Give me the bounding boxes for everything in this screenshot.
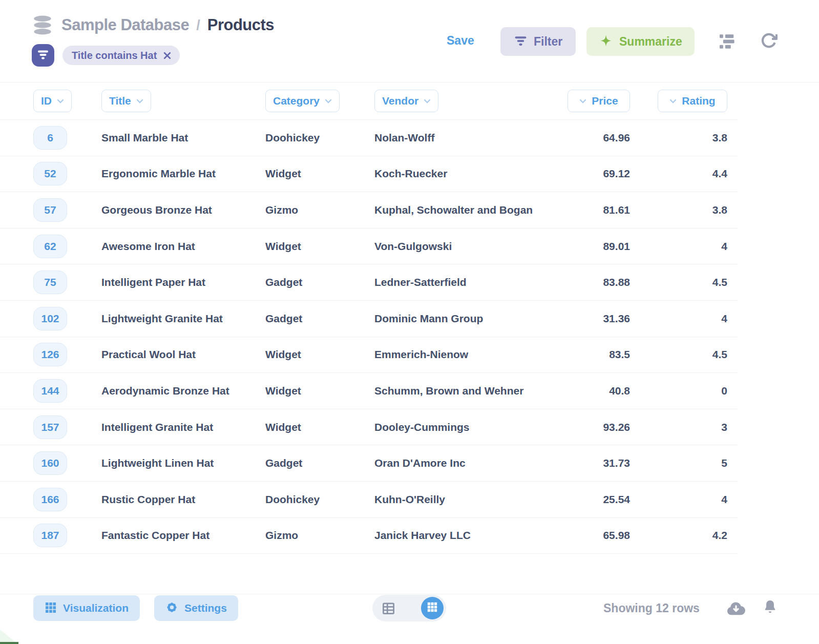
grid-view-selected[interactable]: [421, 597, 444, 619]
filter-button[interactable]: Filter: [500, 27, 576, 56]
id-pill[interactable]: 160: [33, 451, 67, 475]
cell-category[interactable]: Widget: [265, 168, 374, 180]
cell-rating[interactable]: 4.2: [658, 529, 727, 542]
table-icon[interactable]: [382, 601, 395, 615]
cell-rating[interactable]: 3.8: [658, 132, 727, 144]
cell-title[interactable]: Lightweight Linen Hat: [101, 457, 265, 469]
id-pill[interactable]: 144: [33, 379, 67, 403]
id-pill[interactable]: 75: [33, 271, 67, 294]
cell-price[interactable]: 64.96: [568, 132, 630, 144]
cell-rating[interactable]: 0: [658, 385, 727, 397]
funnel-icon: [37, 48, 49, 63]
table-row: 6 Small Marble Hat Doohickey Nolan-Wolff…: [0, 120, 738, 156]
id-pill[interactable]: 157: [33, 416, 67, 439]
cell-category[interactable]: Widget: [265, 348, 374, 361]
cell-title[interactable]: Intelligent Granite Hat: [101, 421, 265, 433]
filter-chip[interactable]: Title contains Hat: [62, 46, 180, 65]
column-header-id[interactable]: ID: [33, 90, 72, 112]
cell-title[interactable]: Rustic Copper Hat: [101, 493, 265, 506]
cell-vendor[interactable]: Dooley-Cummings: [374, 421, 568, 433]
summarize-button[interactable]: Summarize: [586, 27, 695, 56]
cell-rating[interactable]: 4.5: [658, 348, 727, 361]
chevron-down-icon: [669, 96, 677, 106]
cell-vendor[interactable]: Emmerich-Nienow: [374, 348, 568, 361]
list-view-button[interactable]: [718, 34, 737, 51]
table-body: 6 Small Marble Hat Doohickey Nolan-Wolff…: [0, 119, 738, 554]
cell-vendor[interactable]: Oran D'Amore Inc: [374, 457, 568, 469]
id-pill[interactable]: 126: [33, 343, 67, 366]
cell-category[interactable]: Gadget: [265, 313, 374, 325]
cell-rating[interactable]: 5: [658, 457, 727, 469]
cell-vendor[interactable]: Dominic Mann Group: [374, 313, 568, 325]
table-row: 126 Practical Wool Hat Widget Emmerich-N…: [0, 337, 738, 373]
cell-vendor[interactable]: Ledner-Satterfield: [374, 276, 568, 288]
column-header-vendor[interactable]: Vendor: [374, 90, 438, 112]
cell-title[interactable]: Small Marble Hat: [101, 132, 265, 144]
cell-price[interactable]: 83.5: [568, 348, 630, 361]
breadcrumb-database[interactable]: Sample Database: [61, 16, 189, 34]
column-header-category[interactable]: Category: [265, 90, 340, 112]
id-pill[interactable]: 6: [33, 126, 67, 150]
cell-vendor[interactable]: Von-Gulgowski: [374, 240, 568, 253]
cell-title[interactable]: Fantastic Copper Hat: [101, 529, 265, 542]
summarize-button-label: Summarize: [619, 35, 682, 49]
cell-rating[interactable]: 4: [658, 493, 727, 506]
save-button[interactable]: Save: [447, 34, 474, 48]
cell-title[interactable]: Awesome Iron Hat: [101, 240, 265, 253]
cell-title[interactable]: Practical Wool Hat: [101, 348, 265, 361]
cell-vendor[interactable]: Koch-Ruecker: [374, 168, 568, 180]
cell-category[interactable]: Gizmo: [265, 204, 374, 216]
download-button[interactable]: [726, 600, 746, 617]
cell-category[interactable]: Doohickey: [265, 132, 374, 144]
cell-rating[interactable]: 4: [658, 313, 727, 325]
id-pill[interactable]: 187: [33, 524, 67, 547]
refresh-icon[interactable]: [760, 32, 778, 49]
cell-rating[interactable]: 4.5: [658, 276, 727, 288]
cell-category[interactable]: Gizmo: [265, 529, 374, 542]
id-pill[interactable]: 102: [33, 307, 67, 330]
cell-price[interactable]: 40.8: [568, 385, 630, 397]
cell-vendor[interactable]: Janick Harvey LLC: [374, 529, 568, 542]
cell-title[interactable]: Intelligent Paper Hat: [101, 276, 265, 288]
visualization-button[interactable]: Visualization: [33, 595, 140, 621]
cell-category[interactable]: Gadget: [265, 457, 374, 469]
close-icon[interactable]: [163, 51, 172, 60]
cell-price[interactable]: 25.54: [568, 493, 630, 506]
id-pill[interactable]: 52: [33, 162, 67, 185]
cell-category[interactable]: Widget: [265, 421, 374, 433]
settings-button[interactable]: Settings: [154, 595, 238, 621]
cell-category[interactable]: Widget: [265, 385, 374, 397]
cell-vendor[interactable]: Kuhn-O'Reilly: [374, 493, 568, 506]
cell-title[interactable]: Lightweight Granite Hat: [101, 313, 265, 325]
cell-category[interactable]: Gadget: [265, 276, 374, 288]
filter-badge-button[interactable]: [32, 44, 54, 67]
cell-price[interactable]: 83.88: [568, 276, 630, 288]
cell-vendor[interactable]: Kuphal, Schowalter and Bogan: [374, 204, 568, 216]
cell-price[interactable]: 65.98: [568, 529, 630, 542]
filter-button-label: Filter: [534, 35, 562, 49]
id-pill[interactable]: 62: [33, 235, 67, 258]
cell-vendor[interactable]: Nolan-Wolff: [374, 132, 568, 144]
cell-category[interactable]: Doohickey: [265, 493, 374, 506]
id-pill[interactable]: 57: [33, 198, 67, 222]
id-pill[interactable]: 166: [33, 488, 67, 511]
cell-price[interactable]: 81.61: [568, 204, 630, 216]
cell-price[interactable]: 69.12: [568, 168, 630, 180]
cell-price[interactable]: 31.73: [568, 457, 630, 469]
cell-rating[interactable]: 3.8: [658, 204, 727, 216]
cell-price[interactable]: 31.36: [568, 313, 630, 325]
cell-title[interactable]: Aerodynamic Bronze Hat: [101, 385, 265, 397]
cell-rating[interactable]: 4: [658, 240, 727, 253]
cell-title[interactable]: Ergonomic Marble Hat: [101, 168, 265, 180]
cell-title[interactable]: Gorgeous Bronze Hat: [101, 204, 265, 216]
column-header-price[interactable]: Price: [568, 90, 630, 112]
cell-price[interactable]: 89.01: [568, 240, 630, 253]
cell-rating[interactable]: 4.4: [658, 168, 727, 180]
column-header-title[interactable]: Title: [101, 90, 151, 112]
cell-vendor[interactable]: Schumm, Brown and Wehner: [374, 385, 568, 397]
cell-price[interactable]: 93.26: [568, 421, 630, 433]
cell-category[interactable]: Widget: [265, 240, 374, 253]
bell-icon[interactable]: [763, 599, 777, 615]
column-header-rating[interactable]: Rating: [658, 90, 727, 112]
cell-rating[interactable]: 3: [658, 421, 727, 433]
